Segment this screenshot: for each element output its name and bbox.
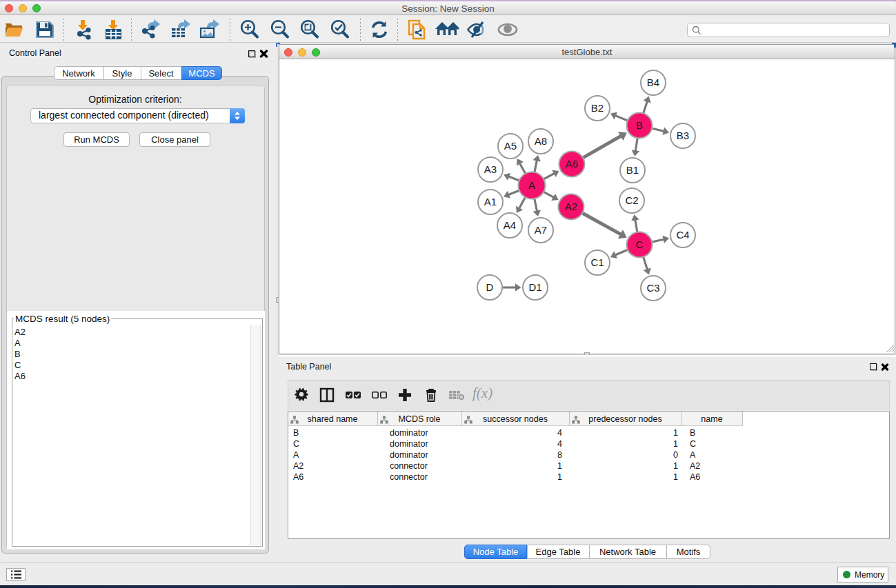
svg-text:B3: B3 [677, 130, 689, 141]
svg-text:A6: A6 [566, 158, 578, 170]
svg-text:A5: A5 [504, 140, 517, 152]
svg-text:C4: C4 [676, 229, 689, 241]
svg-text:C1: C1 [590, 256, 604, 268]
svg-text:A7: A7 [535, 224, 547, 236]
svg-text:B2: B2 [591, 102, 604, 114]
svg-text:D: D [486, 281, 494, 293]
svg-text:C3: C3 [646, 282, 659, 294]
svg-text:A4: A4 [504, 219, 516, 231]
svg-text:A1: A1 [484, 196, 497, 207]
svg-text:B1: B1 [626, 164, 639, 176]
svg-text:C: C [636, 239, 644, 250]
svg-text:C2: C2 [625, 194, 638, 206]
svg-text:A8: A8 [535, 135, 547, 147]
svg-text:D1: D1 [528, 281, 541, 293]
svg-text:A: A [528, 179, 535, 191]
svg-text:B4: B4 [647, 77, 659, 88]
svg-text:B: B [636, 119, 643, 131]
svg-text:A3: A3 [484, 163, 497, 175]
svg-text:A2: A2 [565, 201, 577, 212]
